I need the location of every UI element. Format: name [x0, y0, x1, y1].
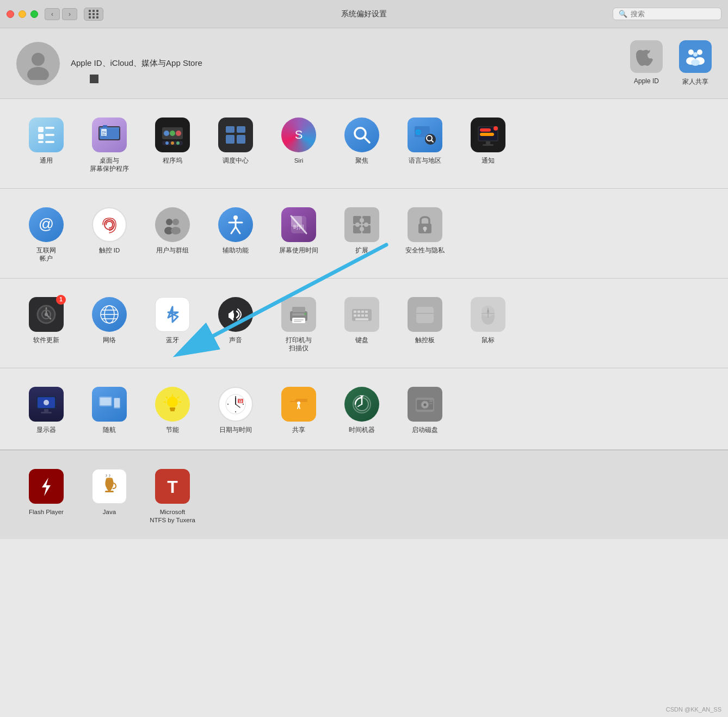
svg-rect-122 — [170, 410, 175, 411]
svg-point-53 — [166, 219, 172, 225]
accessibility-item[interactable]: 辅助功能 — [206, 202, 266, 267]
print-item[interactable]: 打印机与扫描仪 — [269, 292, 329, 357]
svg-text:JUL: JUL — [238, 398, 243, 400]
software-update-badge: 1 — [56, 295, 66, 305]
back-button[interactable]: ‹ — [45, 8, 60, 20]
software-update-label: 软件更新 — [33, 336, 59, 344]
java-item[interactable]: Java — [79, 463, 139, 529]
grid-view-button[interactable] — [84, 8, 103, 21]
security-label: 安全性与隐私 — [405, 246, 445, 255]
screentime-label: 屏幕使用时间 — [279, 246, 318, 255]
trackpad-label: 触控板 — [415, 336, 435, 344]
notification-item[interactable]: 通知 — [458, 112, 518, 177]
energy-label: 节能 — [166, 426, 179, 434]
search-icon: 🔍 — [619, 10, 627, 18]
dock-item[interactable]: 程序坞 — [143, 112, 202, 177]
internet-icon: @ — [29, 207, 64, 242]
svg-rect-12 — [38, 141, 44, 143]
datetime-item[interactable]: 18 JUL 日期与时间 — [206, 381, 266, 438]
internet-item[interactable]: @ 互联网帐户 — [16, 202, 76, 267]
svg-line-125 — [177, 397, 179, 398]
timemachine-item[interactable]: 时间机器 — [332, 381, 392, 438]
close-button[interactable] — [7, 10, 14, 18]
svg-line-60 — [231, 227, 236, 233]
keyboard-icon — [344, 297, 379, 332]
section-security-grid: @ 互联网帐户 触控 ID — [16, 202, 712, 267]
zoom-button[interactable] — [30, 10, 38, 18]
family-sharing-item[interactable]: 家人共享 — [679, 40, 712, 86]
desktop-item[interactable]: File New Ope 桌面与屏幕保护程序 — [79, 112, 139, 177]
svg-point-73 — [360, 227, 364, 231]
apple-id-item[interactable]: Apple ID — [630, 40, 663, 85]
grid-dots-icon — [89, 10, 99, 18]
touchid-item[interactable]: 触控 ID — [79, 202, 139, 267]
datetime-icon: 18 JUL — [218, 387, 253, 422]
flash-item[interactable]: Flash Player — [16, 463, 76, 529]
users-item[interactable]: 用户与群组 — [143, 202, 202, 267]
language-item[interactable]: 🌐 语言与地区 — [395, 112, 455, 177]
spotlight-item[interactable]: 聚焦 — [332, 112, 392, 177]
section-thirdparty-grid: Flash Player Java — [16, 463, 712, 529]
svg-point-72 — [364, 222, 368, 227]
window-title: 系统偏好设置 — [341, 9, 387, 19]
bluetooth-item[interactable]: 蓝牙 — [143, 292, 202, 357]
svg-point-25 — [176, 131, 181, 136]
search-input[interactable] — [631, 10, 715, 18]
svg-point-137 — [243, 404, 244, 405]
sound-item[interactable]: 声音 — [206, 292, 266, 357]
siri-icon: S — [281, 118, 316, 152]
svg-rect-30 — [226, 126, 235, 133]
svg-line-147 — [358, 404, 362, 406]
touchid-label: 触控 ID — [99, 246, 120, 255]
svg-point-23 — [164, 131, 169, 136]
keyboard-item[interactable]: 键盘 — [332, 292, 392, 357]
display-item[interactable]: 显示器 — [16, 381, 76, 438]
energy-item[interactable]: 节能 — [143, 381, 202, 438]
trackpad-item[interactable]: 触控板 — [395, 292, 455, 357]
svg-point-136 — [227, 404, 229, 405]
extensions-item[interactable]: 扩展 — [332, 202, 392, 267]
svg-point-70 — [360, 218, 364, 222]
startup-item[interactable]: 启动磁盘 — [395, 381, 455, 438]
section-hardware: 1 软件更新 网络 蓝牙 — [0, 279, 728, 368]
svg-point-27 — [165, 141, 169, 145]
mission-label: 调度中心 — [223, 157, 249, 165]
svg-rect-91 — [294, 319, 304, 320]
svg-text:@: @ — [39, 215, 54, 232]
screentime-item[interactable]: 时间 屏幕使用时间 — [269, 202, 329, 267]
minimize-button[interactable] — [18, 10, 26, 18]
network-item[interactable]: 网络 — [79, 292, 139, 357]
svg-rect-117 — [100, 398, 111, 405]
mission-item[interactable]: 调度中心 — [206, 112, 266, 177]
svg-point-71 — [355, 222, 360, 227]
svg-rect-32 — [226, 135, 235, 144]
software-item[interactable]: 1 软件更新 — [16, 292, 76, 357]
svg-point-157 — [106, 478, 113, 480]
svg-rect-13 — [45, 141, 54, 143]
ntfs-item[interactable]: T MicrosoftNTFS by Tuxera — [143, 463, 202, 529]
svg-point-6 — [693, 52, 698, 57]
svg-rect-96 — [357, 311, 360, 313]
user-description[interactable]: Apple ID、iCloud、媒体与App Store — [71, 58, 202, 69]
handoff-item[interactable]: 随航 — [79, 381, 139, 438]
svg-rect-49 — [486, 141, 490, 144]
mouse-item[interactable]: 鼠标 — [458, 292, 518, 357]
forward-button[interactable]: › — [62, 8, 77, 20]
svg-rect-101 — [361, 314, 364, 317]
svg-point-2 — [688, 50, 694, 55]
trackpad-icon — [408, 297, 442, 332]
users-label: 用户与群组 — [156, 246, 189, 255]
security-item[interactable]: 安全性与隐私 — [395, 202, 455, 267]
general-item[interactable]: 通用 — [16, 112, 76, 177]
search-box[interactable]: 🔍 — [613, 8, 721, 20]
internet-label: 互联网帐户 — [36, 246, 56, 263]
sharing-icon — [281, 387, 316, 422]
extensions-label: 扩展 — [355, 246, 368, 255]
svg-point-152 — [424, 403, 427, 406]
notification-label: 通知 — [482, 157, 495, 165]
mouse-label: 鼠标 — [482, 336, 495, 344]
notification-icon — [471, 118, 505, 152]
siri-item[interactable]: S Siri — [269, 112, 329, 177]
user-section[interactable]: Apple ID、iCloud、媒体与App Store Apple ID — [0, 28, 728, 99]
sharing-item[interactable]: 共享 — [269, 381, 329, 438]
